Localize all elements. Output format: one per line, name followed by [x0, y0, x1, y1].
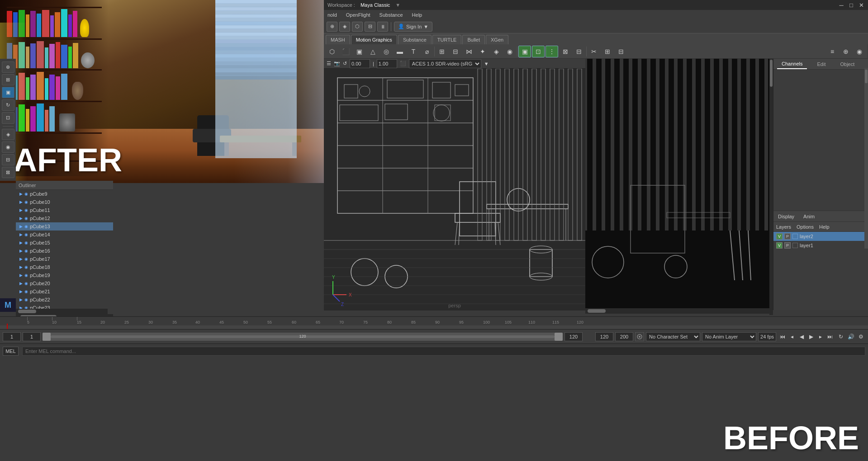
viewport-refresh-icon[interactable]: ↺	[343, 61, 347, 66]
tool9-btn[interactable]: ⊠	[2, 167, 14, 178]
range-handle-right[interactable]	[555, 333, 563, 341]
move-tool-btn[interactable]: ⊞	[2, 74, 14, 85]
start-frame-input[interactable]	[3, 332, 21, 341]
layers-vertical-tab[interactable]	[865, 70, 868, 83]
close-button[interactable]: ✕	[856, 0, 866, 10]
outliner-item[interactable]: ▶ ◉ pCube17	[16, 255, 113, 263]
tb-right-3[interactable]: ◉	[853, 46, 866, 57]
play-back-btn[interactable]: ◀	[797, 332, 806, 341]
outliner-item[interactable]: ▶ ◉ pCube15	[16, 239, 113, 247]
rotate-tool-btn[interactable]: ↻	[2, 99, 14, 111]
h-scrollbar[interactable]	[16, 309, 108, 314]
outliner-item[interactable]: ▶ ◉ pCube11	[16, 206, 113, 214]
wireframe-viewport[interactable]: X Y Z persp	[324, 69, 585, 310]
outliner-item[interactable]: ▶ ◉ pCube9	[16, 190, 113, 198]
extrude-btn[interactable]: ⊞	[436, 46, 448, 57]
layer1-playback[interactable]: P	[784, 242, 791, 249]
maya-application-icon[interactable]: M	[0, 298, 16, 312]
viewport-camera-icon[interactable]: 📷	[334, 61, 340, 66]
playback-range-slider[interactable]: 120	[43, 333, 563, 341]
layer2-visibility[interactable]: V	[776, 233, 783, 240]
layers-label[interactable]: Layers	[776, 224, 791, 230]
tb-right-1[interactable]: ≡	[826, 46, 839, 57]
tool8-btn[interactable]: ⊟	[2, 154, 14, 165]
tab-mash[interactable]: MASH	[326, 35, 350, 44]
outliner-item[interactable]: ▶ ◉ pCube16	[16, 247, 113, 255]
outliner-item[interactable]: ▶ ◉ pCube22	[16, 296, 113, 304]
poly-cube-btn[interactable]: ⬛	[339, 46, 352, 57]
viewport-value2[interactable]	[377, 59, 397, 68]
tab-motion-graphics[interactable]: Motion Graphics	[351, 35, 397, 44]
auto-key-btn[interactable]	[635, 332, 644, 341]
right-scroll-thumb[interactable]	[770, 60, 773, 87]
outliner-item-selected[interactable]: ▶ ◉ pCube13	[16, 222, 113, 230]
fill-hole-btn[interactable]: ◈	[490, 46, 503, 57]
insert-loop-btn[interactable]: ⊞	[601, 46, 614, 57]
outliner-item[interactable]: ▶ ◉ pCube12	[16, 214, 113, 222]
loop-btn[interactable]: ↻	[836, 332, 845, 341]
tb-icon2[interactable]: ◈	[339, 22, 350, 32]
settings-btn[interactable]: ⚙	[856, 332, 865, 341]
viewport-menu-icon[interactable]: ☰	[327, 61, 331, 66]
mel-command-input[interactable]	[22, 347, 865, 356]
tab-substance[interactable]: Substance	[398, 35, 432, 44]
menu-nold[interactable]: nold	[326, 11, 339, 19]
outliner-item[interactable]: ▶ ◉ pCube20	[16, 279, 113, 287]
tab-bullet[interactable]: Bullet	[462, 35, 485, 44]
tb-icon5[interactable]: ⏸	[377, 22, 388, 32]
nurbs-btn[interactable]: ⌀	[421, 46, 433, 57]
current-frame-input[interactable]	[23, 332, 41, 341]
poly-sphere-btn[interactable]: ⬡	[326, 46, 338, 57]
go-end-btn[interactable]: ⏭	[825, 332, 835, 341]
outliner-item[interactable]: ▶ ◉ pCube10	[16, 198, 113, 206]
poly-torus-btn[interactable]: ◎	[380, 46, 393, 57]
cut-btn[interactable]: ✂	[588, 46, 600, 57]
anim-layer-dropdown[interactable]: No Anim Layer	[702, 332, 756, 341]
layer-row-layer2[interactable]: V P layer2	[773, 232, 868, 241]
outliner-item[interactable]: ▶ ◉ pCube21	[16, 287, 113, 296]
viewport-value1[interactable]	[350, 59, 370, 68]
help-label[interactable]: Help	[819, 224, 830, 230]
channels-tab[interactable]: Channels	[777, 59, 807, 69]
offset-loop-btn[interactable]: ⊟	[615, 46, 627, 57]
menu-openflight[interactable]: OpenFlight	[344, 11, 372, 19]
color-space-dropdown[interactable]: ACES 1.0 SDR-video (sRGB)	[409, 59, 481, 68]
tb-icon3[interactable]: ⬡	[352, 22, 363, 32]
select-tool-btn[interactable]: ⊕	[2, 61, 14, 73]
tab-xgen[interactable]: XGen	[486, 35, 508, 44]
poly-plane-btn[interactable]: ▬	[394, 46, 406, 57]
play-btn[interactable]: ▶	[806, 332, 816, 341]
relax-btn[interactable]: ⊟	[573, 46, 585, 57]
tool7-btn[interactable]: ◉	[2, 141, 14, 153]
restore-button[interactable]: □	[846, 0, 856, 10]
outliner-item[interactable]: ▶ ◉ pCube14	[16, 230, 113, 239]
cs-expand[interactable]: ▼	[484, 61, 489, 66]
display-tab[interactable]: Display	[773, 212, 799, 221]
sculpt-btn[interactable]: ⊠	[559, 46, 572, 57]
outliner-item[interactable]: ▶ ◉ pCube19	[16, 271, 113, 279]
sound-btn[interactable]: 🔊	[846, 332, 855, 341]
next-frame-btn[interactable]: ▸	[816, 332, 825, 341]
anim-start-input[interactable]	[595, 332, 613, 341]
append-polygon-btn[interactable]: ◉	[503, 46, 516, 57]
sign-in-button[interactable]: 👤 Sign In ▼	[394, 22, 432, 32]
minimize-button[interactable]: ─	[836, 0, 846, 10]
tb-icon4[interactable]: ⊟	[365, 22, 375, 32]
end-frame-input[interactable]	[564, 332, 583, 341]
timeline-track[interactable]	[0, 325, 868, 329]
bottom-hscroll-thumb[interactable]	[588, 309, 606, 313]
active-tool-btn[interactable]: ▣	[2, 87, 14, 98]
go-start-btn[interactable]: ⏮	[778, 332, 787, 341]
layer1-visibility[interactable]: V	[776, 242, 783, 249]
merge-btn[interactable]: ✦	[476, 46, 489, 57]
smooth-mesh-btn[interactable]: ▣	[518, 46, 531, 57]
edit-tab[interactable]: Edit	[812, 60, 830, 69]
poly-text-btn[interactable]: T	[407, 46, 420, 57]
tool6-btn[interactable]: ◈	[2, 129, 14, 140]
soft-select-btn[interactable]: ⊡	[532, 46, 545, 57]
poly-cylinder-btn[interactable]: ▣	[353, 46, 365, 57]
layer2-playback[interactable]: P	[784, 233, 791, 240]
bottom-hscrollbar[interactable]	[585, 308, 769, 314]
right-scrollbar-strip[interactable]	[769, 59, 773, 310]
options-label[interactable]: Options	[797, 224, 814, 230]
